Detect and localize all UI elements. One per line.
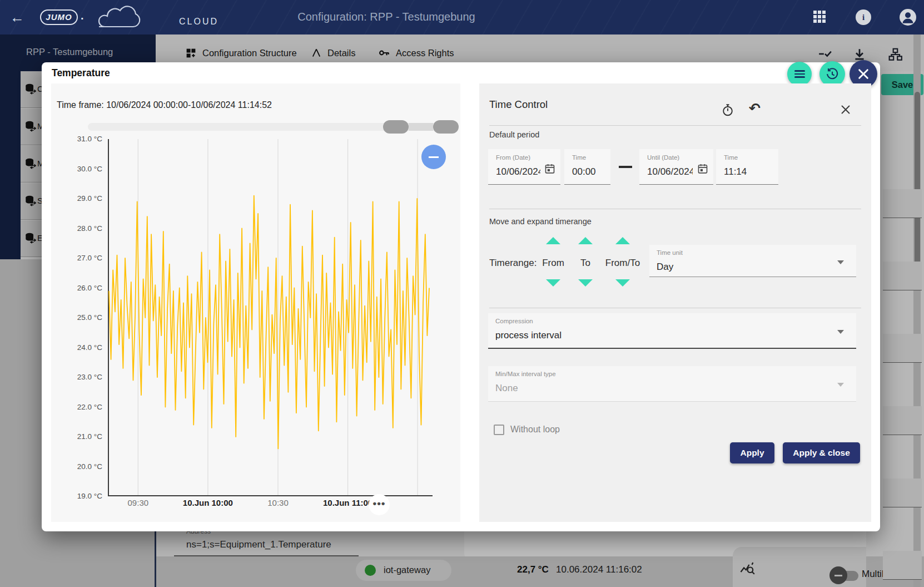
field-value: 11:14	[724, 166, 747, 177]
minmax-interval-select[interactable]: Min/Max interval type None	[488, 366, 856, 402]
info-icon[interactable]: i	[856, 9, 871, 25]
calendar-icon[interactable]	[697, 163, 708, 176]
time-frame-label: Time frame: 10/06/2024 00:00:00-10/06/20…	[57, 100, 272, 110]
select-value: None	[495, 383, 518, 394]
y-tick-label: 21.0 °C	[51, 432, 102, 441]
time-control-close-icon[interactable]	[839, 103, 854, 118]
y-tick-label: 24.0 °C	[51, 343, 102, 352]
y-tick-label: 19.0 °C	[51, 492, 102, 500]
select-value: Day	[657, 262, 673, 273]
chevron-down-icon	[837, 330, 844, 334]
select-value: process interval	[495, 330, 562, 341]
y-tick-label: 25.0 °C	[51, 313, 102, 322]
default-period-label: Default period	[489, 130, 539, 139]
field-label: From (Date)	[496, 154, 530, 161]
calendar-icon[interactable]	[544, 163, 555, 176]
increase-from-button[interactable]	[546, 237, 560, 244]
history-icon	[825, 67, 839, 81]
back-icon[interactable]: ←	[8, 8, 27, 27]
person-icon	[900, 9, 916, 26]
chevron-down-icon	[837, 383, 844, 387]
page-title: Configuration: RPP - Testumgebung	[297, 11, 475, 23]
logo-separator-dot: ·	[81, 12, 85, 25]
decrease-to-button[interactable]	[578, 279, 593, 287]
y-tick-label: 30.0 °C	[51, 165, 102, 173]
time-unit-select[interactable]: Time unit Day	[649, 245, 856, 277]
time-control-title: Time Control	[489, 98, 548, 111]
y-tick-label: 22.0 °C	[51, 403, 102, 411]
select-label: Min/Max interval type	[495, 371, 556, 377]
undo-icon[interactable]: ↶	[749, 100, 763, 115]
temperature-dialog: Temperature Time frame: 10/06/2024 00:00…	[42, 62, 880, 531]
account-icon[interactable]	[900, 9, 916, 26]
move-expand-label: Move and expand timerange	[489, 217, 592, 226]
apply-close-button[interactable]: Apply & close	[783, 442, 860, 463]
apps-grid-icon[interactable]	[813, 11, 827, 24]
jumo-logo: JUMO	[40, 9, 78, 25]
y-tick-label: 31.0 °C	[51, 135, 102, 143]
increase-to-button[interactable]	[578, 237, 593, 244]
y-tick-label: 23.0 °C	[51, 373, 102, 381]
chart-menu-button[interactable]: •••	[369, 494, 390, 515]
chart-panel: Time frame: 10/06/2024 00:00:00-10/06/20…	[51, 83, 460, 522]
time-range-slider-selection[interactable]	[409, 123, 433, 131]
apply-button[interactable]: Apply	[730, 442, 774, 463]
chart-plot	[108, 139, 433, 496]
cloud-logo: CLOUD	[87, 2, 149, 32]
close-icon	[857, 68, 870, 80]
until-time-field[interactable]: Time 11:14	[716, 149, 778, 185]
decrease-from-button[interactable]	[546, 279, 560, 287]
timer-icon[interactable]	[721, 103, 736, 118]
field-value: 00:00	[572, 166, 596, 177]
cloud-outline-icon	[87, 2, 149, 32]
range-fromto-label: From/To	[605, 258, 640, 269]
y-tick-label: 27.0 °C	[51, 254, 102, 262]
divider	[489, 308, 861, 308]
x-tick-label: 10.Jun 11:00	[323, 498, 372, 507]
from-time-field[interactable]: Time 00:00	[564, 149, 610, 185]
without-loop-label: Without loop	[510, 425, 560, 435]
list-view-button[interactable]	[787, 62, 812, 86]
range-to-label: To	[580, 258, 590, 269]
timerange-label: Timerange:	[489, 258, 536, 269]
field-value: 10/06/2024	[647, 166, 693, 177]
temperature-series-line	[109, 196, 429, 449]
x-tick-label: 10.Jun 10:00	[183, 498, 233, 507]
compression-select[interactable]: Compression process interval	[488, 313, 856, 349]
until-date-field[interactable]: Until (Date) 10/06/2024	[639, 149, 713, 185]
from-date-field[interactable]: From (Date) 10/06/2024	[488, 149, 560, 185]
range-dash	[619, 166, 632, 168]
y-tick-label: 28.0 °C	[51, 224, 102, 233]
range-from-label: From	[542, 258, 564, 269]
field-label: Until (Date)	[647, 154, 679, 161]
divider	[489, 209, 861, 209]
x-tick-label: 09:30	[128, 498, 149, 507]
x-tick-label: 10:30	[267, 498, 289, 507]
decrease-fromto-button[interactable]	[615, 279, 630, 287]
field-value: 10/06/2024	[496, 166, 540, 177]
dialog-title: Temperature	[52, 67, 110, 79]
select-label: Time unit	[657, 249, 683, 256]
cloud-logo-text: CLOUD	[179, 17, 218, 27]
divider	[489, 125, 861, 126]
increase-fromto-button[interactable]	[615, 237, 630, 244]
y-tick-label: 29.0 °C	[51, 194, 102, 203]
chevron-down-icon	[837, 260, 844, 264]
field-label: Time	[724, 154, 738, 161]
y-tick-label: 20.0 °C	[51, 462, 102, 471]
slider-handle-right[interactable]	[433, 120, 459, 134]
field-label: Time	[572, 154, 586, 161]
time-control-panel: Time Control ↶ Default period From (Date…	[479, 83, 871, 522]
without-loop-checkbox[interactable]	[494, 425, 504, 435]
select-label: Compression	[495, 318, 533, 324]
slider-handle-left[interactable]	[383, 120, 409, 134]
list-icon	[794, 69, 805, 80]
app-bar: ← JUMO · CLOUD Configuration: RPP - Test…	[0, 0, 924, 34]
jumo-logo-text: JUMO	[46, 12, 72, 22]
y-tick-label: 26.0 °C	[51, 284, 102, 292]
